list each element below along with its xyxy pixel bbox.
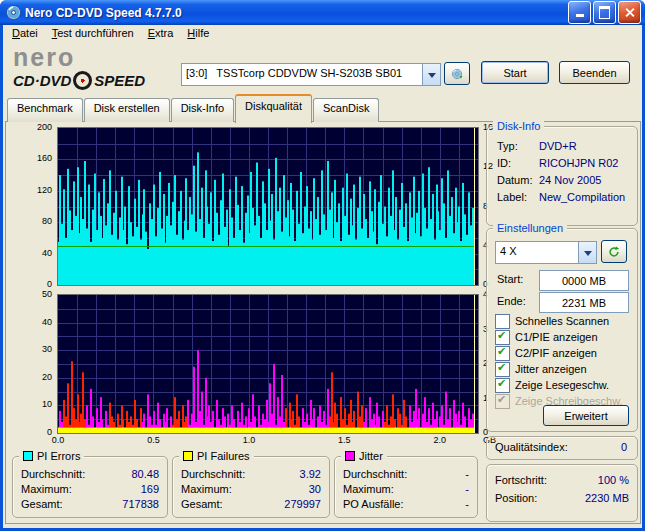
y-axis-tick: 40 [12,318,52,327]
stats-value: 30 [309,483,321,498]
checkbox-row-jitter-anzeigen[interactable]: Jitter anzeigen [495,361,635,377]
checkbox-zeige-lesegeschw[interactable] [495,378,510,393]
maximize-button[interactable] [593,1,616,24]
advanced-button[interactable]: Erweitert [543,405,629,426]
end-input[interactable] [539,292,629,313]
checkbox-c1-pie-anzeigen[interactable] [495,330,510,345]
progress-label: Position: [495,492,537,510]
minimize-button[interactable] [568,1,591,24]
drive-selector[interactable]: [3:0] TSSTcorp CDDVDW SH-S203B SB01 [181,63,441,86]
checkbox-row-c2-pif-anzeigen[interactable]: C2/PIF anzeigen [495,345,635,361]
x-axis-tick: 0.5 [143,436,163,445]
disk-info-row: Label:New_Compilation [497,191,637,208]
pie-errors-canvas [57,127,479,286]
menu-item-test-durchf-hren[interactable]: Test durchführen [45,25,141,41]
quality-index-value: 0 [621,441,627,453]
checkbox-label: C1/PIE anzeigen [515,331,598,343]
close-button[interactable] [618,1,641,24]
nero-logo: nero CD·DVD SPEED [13,45,181,95]
checkbox-label: C2/PIF anzeigen [515,347,597,359]
disk-info-value: DVD+R [539,140,577,157]
progress-rows: Fortschritt:100 %Position:2230 MB [487,465,637,510]
stats-value: - [465,468,469,483]
tab-disk-info[interactable]: Disk-Info [171,98,234,122]
tab-scandisk[interactable]: ScanDisk [313,98,379,122]
settings-checkbox-list: Schnelles ScannenC1/PIE anzeigenC2/PIF a… [495,313,635,409]
stats-label: PO Ausfälle: [343,498,404,513]
menu-item-hilfe[interactable]: Hilfe [180,25,216,41]
stats-value: 169 [141,483,159,498]
stats-row: Maximum:169 [21,483,159,498]
checkbox-label: Jitter anzeigen [515,363,587,375]
stats-value: - [465,498,469,513]
disk-info-rows: Typ:DVD+RID:RICOHJPN R02Datum:24 Nov 200… [487,127,637,208]
refresh-button[interactable] [601,240,627,263]
stats-legend: Jitter [341,450,387,462]
x-axis-tick: 1.0 [239,436,259,445]
y-axis-tick: 200 [12,123,52,132]
window-controls [568,1,641,24]
app-disc-icon [6,5,21,20]
window-content: DateiTest durchführenExtraHilfe nero CD·… [3,25,642,528]
checkbox-jitter-anzeigen[interactable] [495,362,510,377]
eject-disc-button[interactable] [444,62,470,85]
quality-index-label: Qualitätsindex: [495,441,568,453]
stats-value: - [465,483,469,498]
progress-value: 2230 MB [585,492,629,510]
y-axis-tick: 20 [12,373,52,382]
down-arrow-icon [584,251,592,260]
speed-dropdown-arrow-icon[interactable] [578,242,596,263]
maximize-icon [599,6,610,19]
disc-eject-icon [451,65,463,83]
start-input[interactable] [539,270,629,291]
stats-rows: Durchschnitt:-Maximum:-PO Ausfälle:- [335,457,477,513]
stats-label: Gesamt: [181,498,223,513]
disk-info-row: Typ:DVD+R [497,140,637,157]
stats-box-pi-errors: PI ErrorsDurchschnitt:80.48Maximum:169Ge… [12,456,168,518]
tab-page: 040801201602000481216 01020304050012340.… [5,121,641,524]
checkbox-schnelles-scannen[interactable] [495,314,510,329]
stats-row: Gesamt:279997 [181,498,321,513]
refresh-icon [608,244,620,260]
stats-label: Maximum: [21,483,72,498]
menu-item-datei[interactable]: Datei [5,25,45,41]
progress-label: Fortschritt: [495,474,547,492]
pif-failures-chart: 01020304050012340.00.51.01.52.0GB [12,294,490,456]
legend-color-jitter [345,451,355,461]
logo-cddvd-text: CD·DVD [13,72,71,89]
pif-failures-canvas [57,294,479,434]
tab-strip: BenchmarkDisk erstellenDisk-InfoDiskqual… [7,100,380,122]
end-label: Ende: [497,295,526,307]
stats-title: Jitter [359,450,383,462]
stats-title: PI Failures [197,450,250,462]
checkbox-c2-pif-anzeigen[interactable] [495,346,510,361]
y-axis-tick: 50 [12,290,52,299]
stats-label: Durchschnitt: [181,468,245,483]
progress-row: Position:2230 MB [495,492,629,510]
y-axis-tick: 120 [12,186,52,195]
checkbox-row-zeige-lesegeschw[interactable]: Zeige Lesegeschw. [495,377,635,393]
disk-info-value: New_Compilation [539,191,625,208]
disk-info-title: Disk-Info [493,120,544,132]
app-window: Nero CD-DVD Speed 4.7.7.0 DateiTest durc… [0,0,645,531]
legend-color-pi-failures [183,451,193,461]
speed-selector[interactable]: 4 X [495,241,597,264]
stats-box-pi-failures: PI FailuresDurchschnitt:3.92Maximum:30Ge… [172,456,330,518]
tab-diskqualit-t[interactable]: Diskqualität [235,94,312,123]
stats-legend: PI Failures [179,450,254,462]
tab-disk-erstellen[interactable]: Disk erstellen [84,98,170,122]
tab-benchmark[interactable]: Benchmark [7,98,83,122]
title-bar: Nero CD-DVD Speed 4.7.7.0 [0,0,645,25]
start-button[interactable]: Start [481,61,549,84]
checkbox-row-c1-pie-anzeigen[interactable]: C1/PIE anzeigen [495,329,635,345]
menu-item-extra[interactable]: Extra [141,25,181,41]
logo-product-text: CD·DVD SPEED [13,71,181,90]
checkbox-row-schnelles-scannen[interactable]: Schnelles Scannen [495,313,635,329]
stats-value: 717838 [122,498,159,513]
logo-brand-text: nero [13,45,181,69]
start-label: Start: [497,273,523,285]
dropdown-arrow-icon[interactable] [422,64,440,85]
y-axis-tick: 160 [12,154,52,163]
quit-button[interactable]: Beenden [559,61,630,84]
stats-label: Gesamt: [21,498,63,513]
